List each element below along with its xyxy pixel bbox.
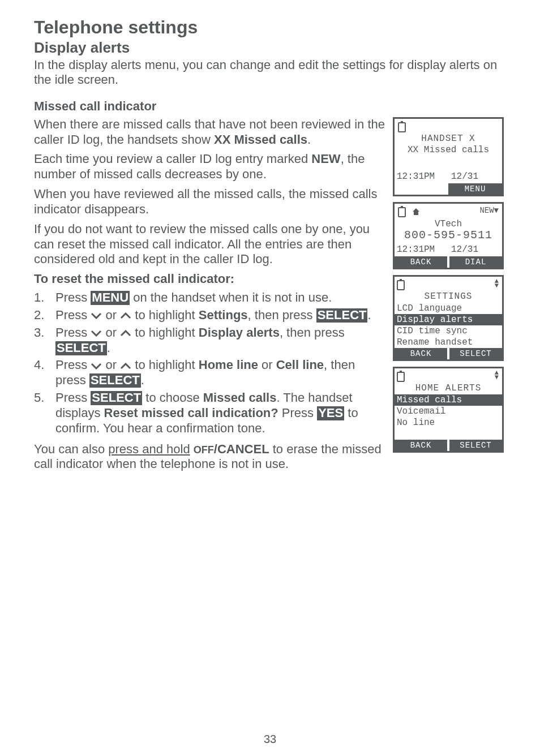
lcd-screen-settings: ▲▼ SETTINGS LCD language Display alerts … — [393, 275, 504, 361]
step-3: Press or to highlight Display alerts, th… — [34, 325, 386, 356]
menu-item-no-line[interactable]: No line — [395, 417, 502, 428]
para-5: You can also press and hold OFF/CANCEL t… — [34, 442, 386, 472]
step-4: Press or to highlight Home line or Cell … — [34, 358, 386, 388]
menu-item-voicemail[interactable]: Voicemail — [395, 406, 502, 417]
battery-icon — [397, 280, 405, 290]
select-key: SELECT — [316, 308, 368, 323]
reset-heading: To reset the missed call indicator: — [34, 272, 386, 287]
select-key: SELECT — [89, 373, 141, 388]
steps-list: Press MENU on the handset when it is not… — [34, 290, 386, 436]
chevron-down-icon — [91, 330, 102, 337]
lcd-back-button[interactable]: BACK — [395, 348, 447, 359]
lcd-menu-button[interactable]: MENU — [448, 183, 502, 195]
menu-key: MENU — [91, 291, 130, 305]
chevron-up-icon — [120, 312, 131, 319]
intro-text: In the display alerts menu, you can chan… — [34, 58, 498, 88]
lcd-name: VTech — [397, 219, 500, 229]
step-5: Press SELECT to choose Missed calls. The… — [34, 390, 386, 436]
bold-text: NEW — [311, 152, 340, 166]
step-1: Press MENU on the handset when it is not… — [34, 290, 386, 306]
menu-item-cid-time-sync[interactable]: CID time sync — [395, 325, 502, 337]
page-number: 33 — [0, 733, 540, 746]
text: When there are missed calls that have no… — [34, 117, 385, 147]
body-column: When there are missed calls that have no… — [34, 117, 386, 476]
lcd-time: 12:31PM 12/31 — [397, 244, 500, 255]
new-indicator: NEW▼ — [479, 206, 499, 215]
section-title: Display alerts — [34, 39, 506, 57]
lcd-screen-callerid: NEW▼ VTech 800-595-9511 12:31PM 12/31 BA… — [393, 202, 504, 269]
chevron-up-icon — [120, 363, 131, 370]
lcd-select-button[interactable]: SELECT — [449, 348, 502, 359]
lcd-subtitle: XX Missed calls — [397, 145, 500, 155]
lcd-select-button[interactable]: SELECT — [449, 440, 502, 451]
menu-item-rename-handset[interactable]: Rename handset — [395, 337, 502, 348]
text: . — [307, 132, 311, 147]
lcd-time: 12:31PM 12/31 — [397, 171, 500, 182]
lcd-column: HANDSET X XX Missed calls 12:31PM 12/31 … — [393, 117, 506, 476]
lcd-dial-button[interactable]: DIAL — [449, 256, 502, 268]
lcd-screen-idle: HANDSET X XX Missed calls 12:31PM 12/31 … — [393, 117, 504, 196]
para-3: When you have reviewed all the missed ca… — [34, 187, 386, 217]
battery-icon — [398, 207, 406, 217]
lcd-title: HANDSET X — [397, 134, 500, 144]
chevron-down-icon — [91, 312, 102, 319]
bold-text: XX Missed calls — [214, 132, 307, 147]
lcd-menu-title: SETTINGS — [395, 291, 502, 302]
menu-item-display-alerts[interactable]: Display alerts — [395, 314, 502, 325]
para-2: Each time you review a caller ID log ent… — [34, 152, 386, 182]
select-key: SELECT — [55, 341, 107, 355]
underline-text: press and hold — [108, 442, 190, 456]
lcd-phone-number: 800-595-9511 — [397, 229, 500, 242]
para-4: If you do not want to review the missed … — [34, 222, 386, 267]
missed-call-heading: Missed call indicator — [34, 99, 506, 114]
chevron-up-icon — [120, 330, 131, 337]
updown-arrow-icon: ▲▼ — [495, 279, 499, 288]
menu-item-missed-calls[interactable]: Missed calls — [395, 394, 502, 406]
page-title: Telephone settings — [34, 17, 506, 38]
text: Each time you review a caller ID log ent… — [34, 152, 311, 166]
lcd-menu-title: HOME ALERTS — [395, 383, 502, 393]
menu-item-lcd-language[interactable]: LCD language — [395, 303, 502, 314]
lcd-back-button[interactable]: BACK — [395, 256, 447, 268]
para-1: When there are missed calls that have no… — [34, 117, 386, 148]
updown-arrow-icon: ▲▼ — [495, 371, 499, 380]
lcd-back-button[interactable]: BACK — [395, 440, 447, 451]
chevron-down-icon — [91, 363, 102, 370]
step-2: Press or to highlight Settings, then pre… — [34, 308, 386, 323]
battery-icon — [398, 122, 406, 132]
select-key: SELECT — [91, 391, 142, 405]
yes-key: YES — [317, 406, 344, 420]
home-icon — [412, 207, 421, 219]
battery-icon — [397, 372, 405, 382]
lcd-screen-home-alerts: ▲▼ HOME ALERTS Missed calls Voicemail No… — [393, 367, 504, 453]
off-key: OFF — [194, 444, 214, 456]
